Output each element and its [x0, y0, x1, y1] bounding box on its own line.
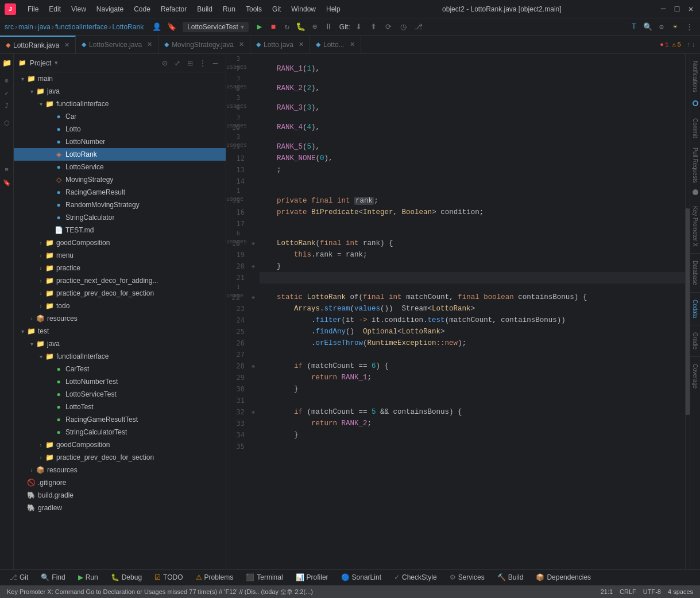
editor-tab[interactable]: ◆MovingStrategy.java✕ — [158, 36, 250, 53]
tree-item[interactable]: 🐘 build.gradle — [14, 489, 226, 502]
theme-btn[interactable]: ☀ — [669, 21, 682, 33]
menu-item-navigate[interactable]: Navigate — [92, 4, 128, 14]
toolbar-tab-profiler[interactable]: 📊Profiler — [291, 571, 333, 585]
toolbar-tab-checkstyle[interactable]: ✓CheckStyle — [389, 571, 442, 585]
tree-item[interactable]: 🚫 .gitignore — [14, 476, 226, 489]
tree-item[interactable]: › 📁 goodComposition — [14, 236, 226, 249]
debug-btn[interactable]: 🐛 — [295, 21, 307, 33]
maximize-btn[interactable]: □ — [672, 5, 682, 14]
menu-item-build[interactable]: Build — [192, 4, 217, 14]
tree-item[interactable]: › 📁 goodComposition — [14, 438, 226, 451]
rerun-btn[interactable]: ↻ — [281, 21, 293, 33]
coverage-panel-label[interactable]: Coverage — [691, 359, 699, 393]
pause-btn[interactable]: ⏸ — [322, 21, 335, 33]
status-line-ending[interactable]: CRLF — [617, 585, 639, 598]
menu-item-run[interactable]: Run — [218, 4, 240, 14]
tree-item[interactable]: ◈ LottoRank — [14, 148, 226, 161]
tree-item[interactable]: ● Car — [14, 110, 226, 123]
tree-item[interactable]: › 📁 practice_prev_deco_for_section — [14, 451, 226, 464]
tree-item[interactable]: ▾ 📁 main — [14, 72, 226, 85]
search-btn[interactable]: 🔍 — [641, 21, 654, 33]
menu-item-tools[interactable]: Tools — [241, 4, 266, 14]
menu-item-window[interactable]: Window — [287, 4, 320, 14]
toolbar-tab-services[interactable]: ⚙Services — [445, 571, 489, 585]
pull-requests-btn[interactable]: ⤴ — [1, 100, 13, 111]
menu-item-code[interactable]: Code — [129, 4, 155, 14]
breadcrumb-item[interactable]: src — [5, 23, 14, 31]
notifications-icon[interactable] — [693, 100, 698, 106]
tree-item[interactable]: ● Lotto — [14, 123, 226, 135]
minimize-panel-btn[interactable]: ─ — [210, 57, 221, 69]
tree-item[interactable]: ▾ 📁 functioalInterface — [14, 98, 226, 110]
code-lines[interactable]: RANK_1(1), RANK_2(2), RANK_3(3), RANK_4(… — [257, 54, 685, 569]
menu-item-file[interactable]: File — [23, 4, 43, 14]
toolbar-tab-dependencies[interactable]: 📦Dependencies — [531, 571, 595, 585]
codata-panel-label[interactable]: Codata — [691, 295, 699, 323]
expand-btn[interactable]: ⤢ — [172, 57, 183, 69]
tree-item[interactable]: ● RacingGameResult — [14, 186, 226, 199]
collapse-btn[interactable]: ⊟ — [184, 57, 196, 69]
tree-item[interactable]: › 📦 resources — [14, 464, 226, 476]
toolbar-tab-git[interactable]: ⎇Git — [5, 571, 33, 585]
minimize-btn[interactable]: ─ — [659, 5, 668, 14]
pull-requests-panel-label[interactable]: Pull Requests — [691, 143, 699, 188]
tree-item[interactable]: ◇ MovingStrategy — [14, 173, 226, 186]
stop-btn[interactable]: ■ — [267, 21, 280, 33]
git-push-btn[interactable]: ⬆ — [368, 21, 380, 33]
menu-item-view[interactable]: View — [67, 4, 91, 14]
tab-close-btn[interactable]: ✕ — [147, 41, 152, 48]
close-btn[interactable]: ✕ — [686, 5, 695, 14]
toolbar-tab-debug[interactable]: 🐛Debug — [106, 571, 146, 585]
tree-item[interactable]: ▾ 📁 test — [14, 325, 226, 337]
minimap[interactable] — [685, 54, 690, 569]
tree-item[interactable]: ▾ 📁 java — [14, 337, 226, 350]
tree-item[interactable]: ● LottoService — [14, 161, 226, 173]
editor-tab[interactable]: ◆LottoService.java✕ — [76, 36, 158, 53]
tab-close-btn[interactable]: ✕ — [239, 41, 244, 48]
key-promoter-panel-label[interactable]: Key Promoter X — [691, 201, 699, 251]
editor-tab[interactable]: ◆LottoRank.java✕ — [0, 36, 76, 53]
minimap-thumb[interactable] — [686, 208, 690, 414]
gradle-panel-label[interactable]: Gradle — [691, 328, 699, 354]
toolbar-tab-todo[interactable]: ☑TODO — [150, 571, 187, 585]
options-btn[interactable]: ⋮ — [197, 57, 208, 69]
toolbar-tab-find[interactable]: 🔍Find — [36, 571, 69, 585]
menu-item-refactor[interactable]: Refactor — [156, 4, 191, 14]
commit-btn[interactable]: ✓ — [1, 87, 13, 99]
vcs-btn[interactable]: ⊙ — [1, 75, 13, 86]
project-view-btn[interactable]: 📁 — [1, 57, 13, 69]
tree-item[interactable]: › 📁 practice — [14, 262, 226, 274]
window-controls[interactable]: ─ □ ✕ — [659, 5, 695, 14]
tree-item[interactable]: 🐘 gradlew — [14, 502, 226, 514]
menu-item-git[interactable]: Git — [268, 4, 285, 14]
tree-item[interactable]: › 📁 menu — [14, 249, 226, 262]
editor-tab[interactable]: ◆Lotto...✕ — [310, 36, 361, 53]
tree-item[interactable]: › 📁 practice_prev_deco_for_section — [14, 287, 226, 300]
toolbar-tab-terminal[interactable]: ⬛Terminal — [241, 571, 287, 585]
notification-icons[interactable]: T 🔍 ⚙ ☀ ⋮ — [628, 21, 695, 33]
tab-close-btn[interactable]: ✕ — [350, 41, 355, 48]
status-indent[interactable]: 4 spaces — [666, 585, 695, 598]
database-panel-label[interactable]: Database — [691, 256, 699, 290]
toolbar-tab-build[interactable]: 🔨Build — [493, 571, 528, 585]
status-position[interactable]: 21:1 — [598, 585, 615, 598]
more-btn[interactable]: ⋮ — [683, 21, 695, 33]
menu-item-edit[interactable]: Edit — [44, 4, 65, 14]
tree-item[interactable]: ● RandomMovingStrategy — [14, 199, 226, 211]
breadcrumb-item[interactable]: LottoRank — [112, 23, 144, 31]
tree-item[interactable]: ● LottoNumberTest — [14, 375, 226, 388]
breadcrumb-item[interactable]: main — [18, 23, 33, 31]
tree-item[interactable]: ● CarTest — [14, 363, 226, 375]
tree-item[interactable]: › 📁 practice_next_deco_for_adding... — [14, 274, 226, 287]
translate-btn[interactable]: T — [628, 21, 640, 33]
menu-item-help[interactable]: Help — [322, 4, 345, 14]
commit-panel-label[interactable]: Commit — [691, 114, 699, 142]
coverage-btn[interactable]: ⊕ — [308, 21, 321, 33]
nav-actions[interactable]: 👤 🔖 — [150, 21, 178, 33]
git-pull-btn[interactable]: ⬇ — [353, 21, 365, 33]
file-tree[interactable]: ▾ 📁 main ▾ 📁 java ▾ 📁 functioalInterface… — [14, 72, 226, 569]
toolbar-tab-problems[interactable]: ⚠Problems — [191, 571, 238, 585]
tree-item[interactable]: › 📁 todo — [14, 300, 226, 312]
menu-bar[interactable]: FileEditViewNavigateCodeRefactorBuildRun… — [23, 4, 345, 14]
tree-item[interactable]: › 📦 resources — [14, 312, 226, 325]
